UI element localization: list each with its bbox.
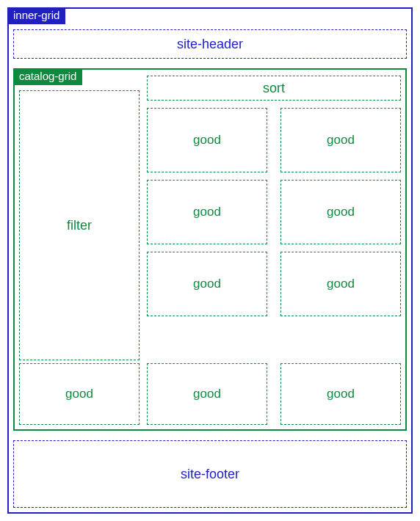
good-cell: good — [147, 252, 267, 316]
site-header-region: site-header — [13, 29, 407, 59]
good-cell: good — [147, 180, 267, 244]
good-label: good — [65, 387, 93, 401]
good-label: good — [327, 205, 355, 219]
filter-region: filter — [19, 90, 140, 360]
site-footer-region: site-footer — [13, 440, 407, 508]
good-cell: good — [280, 252, 401, 316]
filter-label: filter — [67, 218, 92, 233]
good-label: good — [327, 387, 355, 401]
good-label: good — [193, 205, 221, 219]
inner-grid-tag: inner-grid — [7, 7, 65, 24]
good-label: good — [193, 133, 221, 147]
sort-label: sort — [263, 81, 285, 96]
site-header-label: site-header — [177, 37, 243, 52]
good-cell: good — [19, 363, 140, 425]
sort-region: sort — [147, 76, 401, 101]
inner-grid-container: inner-grid site-header catalog-grid filt… — [7, 7, 413, 514]
good-cell: good — [280, 108, 401, 172]
good-label: good — [327, 133, 355, 147]
good-label: good — [193, 277, 221, 291]
good-cell: good — [147, 363, 267, 425]
good-cell: good — [147, 108, 267, 172]
good-cell: good — [280, 363, 401, 425]
good-label: good — [327, 277, 355, 291]
catalog-grid-container: catalog-grid filter sort good good good … — [13, 68, 407, 431]
good-label: good — [193, 387, 221, 401]
site-footer-label: site-footer — [181, 467, 239, 482]
catalog-grid-tag: catalog-grid — [13, 68, 82, 85]
good-cell: good — [280, 180, 401, 244]
